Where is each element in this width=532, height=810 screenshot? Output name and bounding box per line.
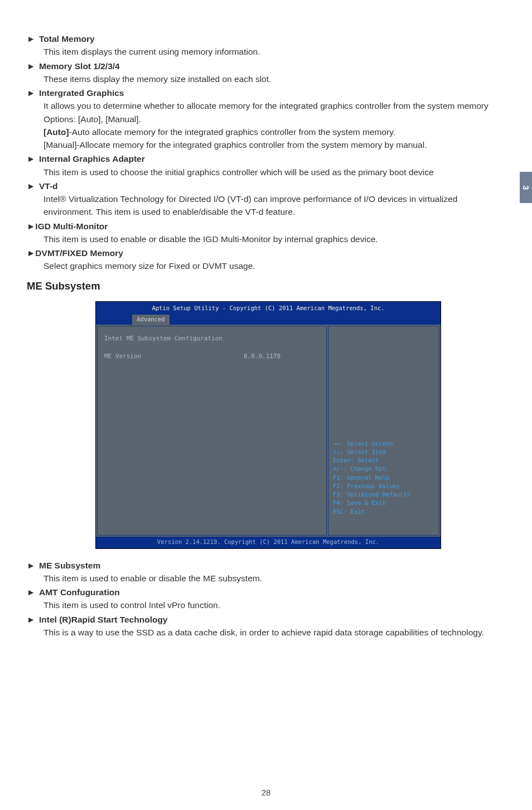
bullet-marker: ► bbox=[27, 586, 39, 599]
item-desc: This item displays the current using mem… bbox=[27, 45, 510, 58]
section-heading: ME Subsystem bbox=[27, 278, 510, 294]
item-desc-extra: [Auto]-Auto allocate memory for the inte… bbox=[27, 126, 510, 138]
bullet-marker: ► bbox=[27, 613, 39, 626]
bios-help-block: →←: Select Screen ↑↓: Select Item Enter:… bbox=[333, 440, 434, 516]
item-title: Memory Slot 1/2/3/4 bbox=[39, 60, 120, 73]
item-title: ►IGD Multi-Monitor bbox=[27, 220, 108, 233]
bios-left-title: Intel ME Subsystem Configuration bbox=[104, 334, 320, 344]
bios-help-line: →←: Select Screen bbox=[333, 440, 434, 448]
bullet-marker: ► bbox=[27, 152, 39, 165]
item-desc: This item is used to enable or disable t… bbox=[27, 572, 510, 585]
item-title: Intergrated Graphics bbox=[39, 86, 124, 99]
bios-help-line: F2: Previous Values bbox=[333, 482, 434, 490]
item-desc: These items display the memory size inst… bbox=[27, 73, 510, 85]
bullet-marker: ► bbox=[27, 559, 39, 572]
page-content: ► Total Memory This item displays the cu… bbox=[0, 0, 532, 639]
doc-item: ► AMT Confuguration This item is used to… bbox=[27, 586, 510, 612]
doc-item: ► Total Memory This item displays the cu… bbox=[27, 32, 510, 59]
bios-header-text: Aptio Setup Utility - Copyright (C) 2011… bbox=[96, 304, 441, 313]
bullet-marker: ► bbox=[27, 180, 39, 192]
bios-version-value: 8.0.0.1178 bbox=[244, 352, 280, 361]
item-desc-extra2: [Manual]-Allocate memory for the integra… bbox=[27, 138, 510, 151]
doc-item: ► VT-d Intel® Virtualization Technology … bbox=[27, 180, 510, 219]
item-title: ►DVMT/FIXED Memory bbox=[27, 247, 123, 259]
doc-item: ► ME Subsystem This item is used to enab… bbox=[27, 559, 510, 585]
item-title: Intel (R)Rapid Start Technology bbox=[39, 613, 168, 626]
item-desc: This item is used to control Intel vPro … bbox=[27, 599, 510, 611]
bios-left-pane: Intel ME Subsystem Configuration ME Vers… bbox=[97, 326, 327, 536]
doc-item: ► Memory Slot 1/2/3/4 These items displa… bbox=[27, 60, 510, 86]
side-tab: 3 bbox=[520, 172, 532, 203]
side-tab-number: 3 bbox=[520, 185, 531, 190]
bios-body: Intel ME Subsystem Configuration ME Vers… bbox=[96, 325, 441, 537]
bios-screenshot: Aptio Setup Utility - Copyright (C) 2011… bbox=[95, 301, 441, 548]
item-title: Internal Graphics Adapter bbox=[39, 152, 145, 165]
bios-right-pane: →←: Select Screen ↑↓: Select Item Enter:… bbox=[328, 326, 439, 536]
item-title: ME Subsystem bbox=[39, 559, 100, 572]
page-number: 28 bbox=[0, 787, 532, 799]
bios-version-row: ME Version 8.0.0.1178 bbox=[104, 352, 320, 361]
auto-rest: -Auto allocate memory for the integrated… bbox=[69, 127, 396, 137]
bios-tab-row: Advanced bbox=[96, 315, 441, 325]
item-title: VT-d bbox=[39, 180, 58, 192]
doc-item: ►DVMT/FIXED Memory Select graphics memor… bbox=[27, 247, 510, 273]
bios-help-line: F4: Save & Exit bbox=[333, 499, 434, 507]
doc-item: ► Intel (R)Rapid Start Technology This i… bbox=[27, 613, 510, 639]
bios-right-bottom-space bbox=[333, 516, 434, 532]
item-desc: It allows you to determine whether to al… bbox=[27, 99, 510, 126]
bullet-marker: ► bbox=[27, 60, 39, 73]
doc-item: ► Intergrated Graphics It allows you to … bbox=[27, 86, 510, 151]
bios-right-spacer bbox=[333, 330, 434, 440]
bios-help-line: Enter: Select bbox=[333, 456, 434, 465]
bios-footer-bar: Version 2.14.1219. Copyright (C) 2011 Am… bbox=[96, 537, 441, 548]
auto-label: [Auto] bbox=[43, 127, 69, 137]
item-desc: Intel® Virtualization Technology for Dir… bbox=[27, 192, 510, 219]
bullet-marker-tight: ► bbox=[27, 248, 35, 258]
item-title: AMT Confuguration bbox=[39, 586, 120, 599]
bios-help-line: ESC: Exit bbox=[333, 508, 434, 516]
bios-help-line: F3: Optimized Defaults bbox=[333, 490, 434, 499]
doc-item: ►IGD Multi-Monitor This item is used to … bbox=[27, 220, 510, 246]
bios-header-bar: Aptio Setup Utility - Copyright (C) 2011… bbox=[96, 302, 441, 325]
item-desc: This item is used to enable or disable t… bbox=[27, 233, 510, 245]
bios-help-line: +/-: Change Opt. bbox=[333, 465, 434, 473]
doc-item: ► Internal Graphics Adapter This item is… bbox=[27, 152, 510, 179]
item-desc: This item is used to choose the initial … bbox=[27, 166, 510, 179]
bullet-marker-tight: ► bbox=[27, 221, 35, 231]
bios-help-line: F1: General Help bbox=[333, 474, 434, 482]
item-desc: Select graphics memory size for Fixed or… bbox=[27, 259, 510, 272]
item-title: Total Memory bbox=[39, 32, 95, 45]
bullet-marker: ► bbox=[27, 86, 39, 99]
bullet-marker: ► bbox=[27, 32, 39, 45]
bios-help-line: ↑↓: Select Item bbox=[333, 448, 434, 456]
bios-version-label: ME Version bbox=[104, 352, 244, 361]
item-desc: This is a way to use the SSD as a data c… bbox=[27, 626, 510, 639]
bios-tab-advanced: Advanced bbox=[132, 315, 170, 325]
